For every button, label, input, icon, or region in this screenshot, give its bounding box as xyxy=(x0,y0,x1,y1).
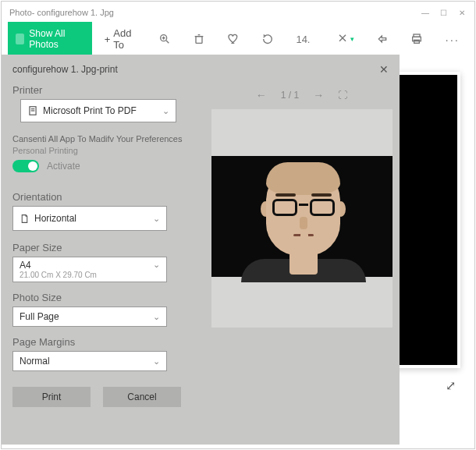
close-icon[interactable]: ✕ xyxy=(379,63,389,76)
print-button[interactable]: Print xyxy=(12,387,91,407)
show-all-photos-button[interactable]: Show All Photos xyxy=(8,22,92,56)
paper-size-value: A4 xyxy=(20,260,97,271)
activate-label: Activate xyxy=(47,161,80,172)
minimize-button[interactable]: — xyxy=(421,9,429,16)
print-dialog: configurehow 1. Jpg-print ✕ Printer Micr… xyxy=(2,55,400,445)
titlebar: Photo- configurehow 1. Jpg — ☐ ✕ xyxy=(2,2,474,23)
page-icon xyxy=(20,214,30,224)
chevron-down-icon: ▾ xyxy=(350,35,354,43)
delete-icon[interactable] xyxy=(184,33,214,45)
page-margins-select[interactable]: Normal ⌄ xyxy=(12,351,167,371)
prev-page-button[interactable]: ← xyxy=(256,89,267,101)
print-preview-panel: ← 1 / 1 → ⛶ xyxy=(210,86,393,328)
add-to-button[interactable]: + Add To xyxy=(97,23,146,55)
document-icon xyxy=(27,105,38,116)
next-page-button[interactable]: → xyxy=(313,89,324,101)
favorite-icon[interactable] xyxy=(218,33,248,45)
window-title: Photo- configurehow 1. Jpg xyxy=(9,8,114,17)
edit-icon[interactable]: ▾ xyxy=(328,33,363,45)
maximize-button[interactable]: ☐ xyxy=(440,9,448,16)
chevron-down-icon: ⌄ xyxy=(153,214,160,224)
rotate-icon[interactable] xyxy=(253,33,282,45)
printer-value: Microsoft Print To PDF xyxy=(43,105,137,116)
orientation-select[interactable]: Horizontal ⌄ xyxy=(12,206,167,231)
print-icon[interactable] xyxy=(402,33,432,45)
chevron-down-icon: ⌄ xyxy=(153,356,160,367)
toolbar: Show All Photos + Add To 14. ▾ xyxy=(2,23,474,55)
photo-size-select[interactable]: Full Page ⌄ xyxy=(12,306,167,327)
svg-line-1 xyxy=(166,41,169,43)
show-all-label: Show All Photos xyxy=(29,28,83,50)
toolbar-number: 14. xyxy=(287,34,318,45)
photo-size-value: Full Page xyxy=(20,311,59,322)
activate-toggle[interactable] xyxy=(12,160,39,172)
cancel-button[interactable]: Cancel xyxy=(103,387,181,407)
window-controls: — ☐ ✕ xyxy=(421,9,467,16)
zoom-icon[interactable] xyxy=(150,33,179,45)
main-area: ⤢ configurehow 1. Jpg-print ✕ Printer Mi… xyxy=(2,55,474,448)
page-margins-label: Page Margins xyxy=(12,336,389,348)
paper-size-select[interactable]: A4 21.00 Cm X 29.70 Cm ⌄ xyxy=(12,257,167,282)
chevron-down-icon: ⌄ xyxy=(153,260,160,270)
fullscreen-preview-icon[interactable]: ⛶ xyxy=(338,90,347,101)
preview-photo xyxy=(211,156,393,277)
pager: ← 1 / 1 → ⛶ xyxy=(210,86,393,105)
print-preview-page xyxy=(211,109,393,328)
printer-select[interactable]: Microsoft Print To PDF ⌄ xyxy=(20,99,176,122)
plus-icon: + xyxy=(105,34,111,45)
page-indicator: 1 / 1 xyxy=(281,90,299,101)
orientation-value: Horizontal xyxy=(34,213,76,224)
dialog-title: configurehow 1. Jpg-print xyxy=(12,64,118,75)
chevron-down-icon: ⌄ xyxy=(153,312,160,322)
chevron-down-icon: ⌄ xyxy=(162,106,169,116)
share-icon[interactable] xyxy=(368,33,397,45)
svg-rect-4 xyxy=(196,37,202,44)
page-margins-value: Normal xyxy=(20,356,50,367)
expand-icon[interactable]: ⤢ xyxy=(446,378,456,393)
more-icon[interactable]: ··· xyxy=(436,33,468,46)
app-window: Photo- configurehow 1. Jpg — ☐ ✕ Show Al… xyxy=(1,1,475,449)
add-to-label: Add To xyxy=(113,27,137,51)
close-window-button[interactable]: ✕ xyxy=(459,9,467,16)
photos-icon xyxy=(16,34,24,44)
paper-size-sub: 21.00 Cm X 29.70 Cm xyxy=(20,271,97,279)
